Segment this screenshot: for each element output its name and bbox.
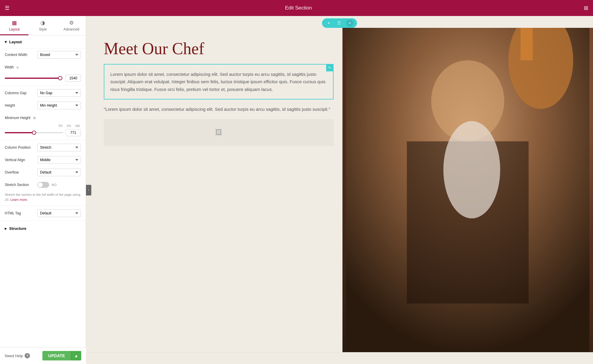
column-position-label: Column Position [5,145,37,150]
content-left-column: Meet Our Chef ✎ Lorem ipsum dolor sit am… [92,28,342,352]
divider-4 [0,221,86,221]
image-placeholder[interactable]: 🖼 [104,119,334,146]
move-element-button[interactable]: ⠿ [336,20,343,27]
height-label: Height [5,103,37,108]
tab-style-label: Style [39,27,47,31]
edit-text-icon[interactable]: ✎ [326,64,333,71]
stretch-section-control: NO [37,182,81,188]
unit-px[interactable]: PX [58,124,64,128]
divider-2 [0,140,86,140]
layout-section-title: Layout [9,40,22,44]
layout-tab-icon: ▦ [12,20,17,26]
content-width-control: Boxed Full Width [37,51,81,59]
columns-gap-row: Columns Gap No Gap Narrow Default Extend… [0,87,86,99]
need-help-section[interactable]: Need Help ? [5,353,30,358]
layout-section-header[interactable]: ▾ Layout [0,36,86,49]
stretch-section-row: Stretch Section NO [0,179,86,191]
canvas-area: + ⠿ × ‹ Meet Our Chef ✎ Lorem ipsum dolo… [86,16,593,364]
height-row: Height Default Min Height Full Height [0,99,86,112]
height-select[interactable]: Default Min Height Full Height [37,102,81,109]
chevron-down-icon: ▾ [5,40,7,44]
min-height-slider-group [5,129,81,136]
responsive-icon: 🖥 [16,66,19,69]
update-btn-group: UPDATE ▲ [42,351,81,360]
overflow-control: Default Hidden [37,169,81,176]
content-width-select[interactable]: Boxed Full Width [37,51,81,59]
min-height-slider-thumb[interactable] [32,131,36,135]
style-tab-icon: ◑ [40,20,45,26]
html-tag-control: Default header main footer article secti… [37,209,81,217]
selected-text-box[interactable]: ✎ Lorem ipsum dolor sit amet, consectetu… [104,64,334,100]
min-height-label: Minimum Height 🖥 [5,116,37,120]
hamburger-icon[interactable]: ☰ [5,5,9,11]
column-position-row: Column Position Stretch Top Middle Botto… [0,141,86,154]
toggle-label: NO [52,183,57,187]
tab-layout[interactable]: ▦ Layout [0,16,28,35]
width-slider-track[interactable] [5,78,63,79]
close-element-button[interactable]: × [346,20,353,27]
stretch-section-label: Stretch Section [5,183,37,187]
layout-panel: ▾ Layout Content Width Boxed Full Width … [0,36,86,364]
help-icon[interactable]: ? [25,353,30,358]
html-tag-label: HTML Tag [5,211,37,215]
divider-1 [0,85,86,86]
content-width-label: Content Width [5,53,37,57]
column-position-select[interactable]: Stretch Top Middle Bottom [37,144,81,151]
tab-advanced[interactable]: ⚙ Advanced [57,16,86,35]
columns-gap-control: No Gap Narrow Default Extended Wide [37,89,81,97]
min-height-slider-fill [5,132,34,133]
canvas-bottom-bar [86,352,593,364]
tabs-bar: ▦ Layout ◑ Style ⚙ Advanced [0,16,86,36]
vertical-align-control: Top Middle Bottom [37,156,81,164]
html-tag-select[interactable]: Default header main footer article secti… [37,209,81,217]
min-height-slider-track[interactable] [5,132,63,133]
width-slider-thumb[interactable] [58,76,62,80]
divider-3 [0,206,86,206]
page-title: Edit Section [13,5,584,11]
unit-vw[interactable]: VW [74,124,81,128]
sidebar: ▦ Layout ◑ Style ⚙ Advanced ▾ Layout Con… [0,16,86,364]
section-collapse-toggle[interactable]: ‹ [86,185,91,195]
width-label: Width 🖥 [5,65,37,69]
columns-gap-select[interactable]: No Gap Narrow Default Extended Wide [37,89,81,97]
vertical-align-select[interactable]: Top Middle Bottom [37,156,81,164]
chef-heading: Meet Our Chef [104,40,334,58]
min-height-row: Minimum Height 🖥 [0,112,86,124]
width-slider-group: 1540 [5,75,81,82]
responsive-min-height-icon: 🖥 [33,116,36,120]
add-element-button[interactable]: + [326,20,332,26]
width-slider-row: 1540 [0,73,86,84]
structure-section-title: Structure [9,226,26,231]
update-arrow-button[interactable]: ▲ [71,351,81,360]
overflow-row: Overflow Default Hidden [0,166,86,179]
svg-rect-2 [520,28,533,60]
stretch-toggle[interactable] [37,182,49,188]
width-slider-fill [5,78,60,79]
stretch-hint: Stretch the section to the full width of… [0,191,86,204]
width-row: Width 🖥 [0,61,86,73]
overflow-select[interactable]: Default Hidden [37,169,81,176]
min-height-slider-row [0,128,86,139]
canvas-toolbar: + ⠿ × [86,16,593,30]
height-control: Default Min Height Full Height [37,102,81,109]
vertical-align-label: Vertical Align [5,158,37,162]
advanced-tab-icon: ⚙ [69,20,74,26]
content-right-column [342,28,593,352]
unit-vh[interactable]: VH [66,124,72,128]
main-layout: ▦ Layout ◑ Style ⚙ Advanced ▾ Layout Con… [0,16,593,364]
width-input[interactable]: 1540 [66,75,81,82]
columns-gap-label: Columns Gap [5,91,37,95]
structure-section-header[interactable]: ▸ Structure [0,222,86,235]
overflow-label: Overflow [5,170,37,174]
chef-photo [342,28,593,352]
lorem-paragraph: Lorem ipsum dolor sit amet, consectetur … [110,70,327,93]
update-button[interactable]: UPDATE [42,351,71,360]
min-height-input[interactable] [66,129,81,136]
need-help-label: Need Help [5,354,23,358]
learn-more-link[interactable]: Learn more. [10,198,28,201]
grid-icon[interactable]: ⊞ [584,5,588,11]
stretch-toggle-container: NO [37,182,81,188]
tab-layout-label: Layout [9,27,20,31]
html-tag-row: HTML Tag Default header main footer arti… [0,207,86,219]
tab-style[interactable]: ◑ Style [28,16,57,35]
